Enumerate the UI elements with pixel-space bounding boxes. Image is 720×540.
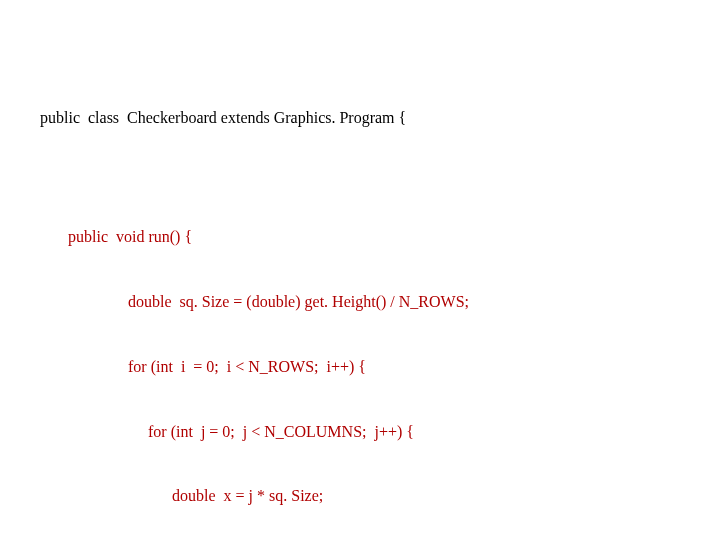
slide: public class Checkerboard extends Graphi… xyxy=(0,0,720,540)
code-line-sqsize: double sq. Size = (double) get. Height()… xyxy=(128,291,680,313)
code-line-method-decl: public void run() { xyxy=(68,226,680,248)
blank-line xyxy=(40,172,680,183)
code-line-for-i: for (int i = 0; i < N_ROWS; i++) { xyxy=(128,356,680,378)
code-line-for-j: for (int j = 0; j < N_COLUMNS; j++) { xyxy=(148,421,680,443)
code-line-class-decl: public class Checkerboard extends Graphi… xyxy=(40,107,680,129)
code-line-x: double x = j * sq. Size; xyxy=(172,485,680,507)
code-block: public class Checkerboard extends Graphi… xyxy=(40,64,680,540)
